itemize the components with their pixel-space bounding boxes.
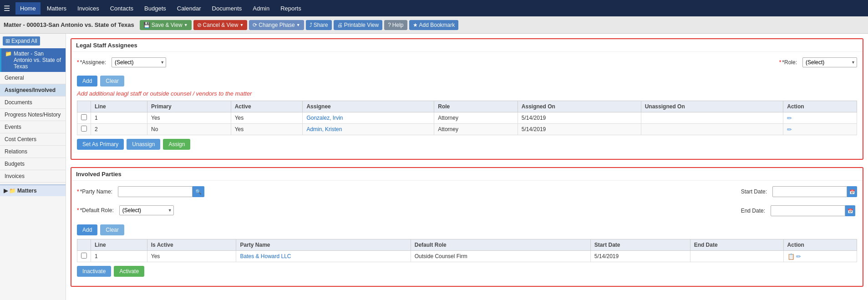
sidebar-item-costcenters[interactable]: Cost Centers	[0, 133, 66, 146]
content-area: Legal Staff Assignees *Assignee: (Select…	[66, 34, 868, 300]
ip-row1-view-icon[interactable]: 📋	[787, 253, 795, 260]
ip-row1-default-role: Outside Counsel Firm	[411, 251, 590, 262]
legal-staff-header-row: Line Primary Active Assignee Role Assign…	[77, 101, 857, 112]
party-name-search-wrapper: 🔍	[118, 186, 204, 197]
col-unassigned-on: Unassigned On	[641, 101, 783, 112]
nav-home[interactable]: Home	[15, 2, 41, 15]
sidebar-item-relations[interactable]: Relations	[0, 146, 66, 158]
role-select-wrapper: (Select)	[802, 57, 857, 67]
involved-parties-title: Involved Parties	[71, 168, 863, 181]
row2-checkbox[interactable]	[81, 126, 87, 132]
activate-button[interactable]: Activate	[114, 266, 144, 277]
default-role-select[interactable]: (Select)	[119, 205, 174, 215]
unassign-button[interactable]: Unassign	[127, 139, 160, 150]
nav-reports[interactable]: Reports	[276, 2, 306, 15]
involved-parties-add-clear-row: Add Clear	[77, 224, 857, 235]
nav-matters[interactable]: Matters	[42, 2, 71, 15]
legal-staff-table: Line Primary Active Assignee Role Assign…	[77, 101, 857, 135]
row1-checkbox[interactable]	[81, 114, 87, 120]
role-row: *Role: (Select)	[779, 57, 857, 67]
assignee-row: *Assignee: (Select)	[77, 57, 166, 67]
assign-button[interactable]: Assign	[163, 139, 190, 150]
row2-line: 2	[91, 124, 147, 135]
cancel-icon: ⊘	[197, 22, 202, 28]
legal-staff-form: *Assignee: (Select) *Role: (Select)	[77, 57, 857, 72]
row2-assignee: Admin, Kristen	[303, 124, 434, 135]
end-date-input[interactable]	[771, 205, 845, 216]
legal-staff-notice: Add additional leagl staff or outside co…	[77, 90, 857, 97]
ip-row1-checkbox[interactable]	[81, 253, 87, 259]
ip-row1-end-date	[690, 251, 783, 262]
ip-col-default-role: Default Role	[411, 239, 590, 251]
row2-assignee-link[interactable]: Admin, Kristen	[306, 126, 342, 132]
involved-parties-table: Line Is Active Party Name Default Role S…	[77, 239, 857, 262]
print-icon: 🖨	[337, 22, 343, 28]
col-line: Line	[91, 101, 147, 112]
change-phase-button[interactable]: ⟳ Change Phase ▼	[249, 20, 304, 30]
legal-staff-table-head: Line Primary Active Assignee Role Assign…	[77, 101, 857, 112]
row2-action-icon[interactable]: ✏	[787, 126, 792, 133]
involved-parties-add-button[interactable]: Add	[77, 224, 97, 235]
row1-unassigned-on	[641, 112, 783, 124]
legal-staff-add-button[interactable]: Add	[77, 76, 97, 86]
ip-row1-party-name-link[interactable]: Bates & Howard LLC	[240, 253, 291, 259]
sidebar-item-events[interactable]: Events	[0, 121, 66, 133]
hamburger-icon[interactable]: ☰	[4, 4, 10, 13]
sidebar-item-general[interactable]: General	[0, 72, 66, 84]
change-phase-caret: ▼	[296, 23, 300, 27]
role-select[interactable]: (Select)	[802, 57, 857, 67]
ip-col-line: Line	[91, 239, 147, 251]
sidebar-item-invoices[interactable]: Invoices	[0, 170, 66, 183]
row2-unassigned-on	[641, 124, 783, 135]
nav-calendar[interactable]: Calendar	[173, 2, 206, 15]
sidebar-item-documents[interactable]: Documents	[0, 97, 66, 109]
row1-action-icon[interactable]: ✏	[787, 115, 792, 122]
row1-assignee-link[interactable]: Gonzalez, Irvin	[306, 115, 343, 121]
save-view-button[interactable]: 💾 Save & View ▼	[140, 20, 192, 30]
cancel-view-button[interactable]: ⊘ Cancel & View ▼	[193, 20, 248, 30]
involved-parties-clear-button[interactable]: Clear	[100, 224, 124, 235]
nav-invoices[interactable]: Invoices	[73, 2, 104, 15]
involved-parties-bottom-btns: Inactivate Activate	[77, 266, 857, 277]
default-role-select-wrapper: (Select)	[119, 205, 174, 215]
ip-row1-edit-icon[interactable]: ✏	[796, 253, 801, 260]
legal-staff-section: Legal Staff Assignees *Assignee: (Select…	[71, 38, 863, 160]
start-date-label: Start Date:	[741, 188, 767, 195]
set-as-primary-button[interactable]: Set As Primary	[77, 139, 124, 150]
col-assignee: Assignee	[303, 101, 434, 112]
row2-primary: No	[147, 124, 231, 135]
nav-admin[interactable]: Admin	[248, 2, 274, 15]
start-date-picker-button[interactable]: 📅	[847, 186, 857, 197]
nav-contacts[interactable]: Contacts	[106, 2, 138, 15]
row2-action: ✏	[783, 124, 857, 135]
bookmark-icon: ★	[413, 22, 418, 28]
start-date-input[interactable]	[772, 186, 847, 197]
sidebar-matters-section[interactable]: ▶ 📁 Matters	[0, 184, 66, 196]
end-date-label: End Date:	[741, 208, 765, 214]
share-button[interactable]: ⤴ Share	[306, 20, 332, 30]
party-name-input[interactable]	[118, 186, 193, 197]
nav-budgets[interactable]: Budgets	[140, 2, 171, 15]
matter-toolbar: Matter - 000013-San Antonio vs. State of…	[0, 16, 868, 34]
inactivate-button[interactable]: Inactivate	[77, 266, 111, 277]
sidebar-item-progress[interactable]: Progress Notes/History	[0, 109, 66, 121]
party-name-search-button[interactable]: 🔍	[193, 186, 204, 197]
sidebar-matter-item[interactable]: 📁 Matter - San Antonio vs. State of Texa…	[0, 48, 66, 72]
nav-documents[interactable]: Documents	[208, 2, 247, 15]
cancel-view-caret: ▼	[239, 23, 244, 27]
matter-folder-icon: 📁	[5, 51, 12, 57]
printable-view-button[interactable]: 🖨 Printable View	[334, 20, 383, 30]
assignee-select[interactable]: (Select)	[112, 57, 166, 67]
row1-line: 1	[91, 112, 147, 124]
involved-parties-section: Involved Parties *Party Name: 🔍	[71, 167, 863, 287]
legal-staff-clear-button[interactable]: Clear	[100, 76, 124, 86]
start-date-wrapper: 📅	[772, 186, 857, 197]
expand-all-button[interactable]: ⊞ Expand All	[3, 36, 40, 46]
party-name-row: *Party Name: 🔍	[77, 186, 204, 197]
chevron-right-icon: ▶	[4, 188, 8, 194]
end-date-picker-button[interactable]: 📅	[845, 205, 855, 216]
sidebar-item-assignees[interactable]: Assignees/Involved	[0, 84, 66, 97]
help-button[interactable]: ? Help	[384, 20, 407, 30]
sidebar-item-budgets[interactable]: Budgets	[0, 158, 66, 170]
add-bookmark-button[interactable]: ★ Add Bookmark	[409, 20, 459, 30]
